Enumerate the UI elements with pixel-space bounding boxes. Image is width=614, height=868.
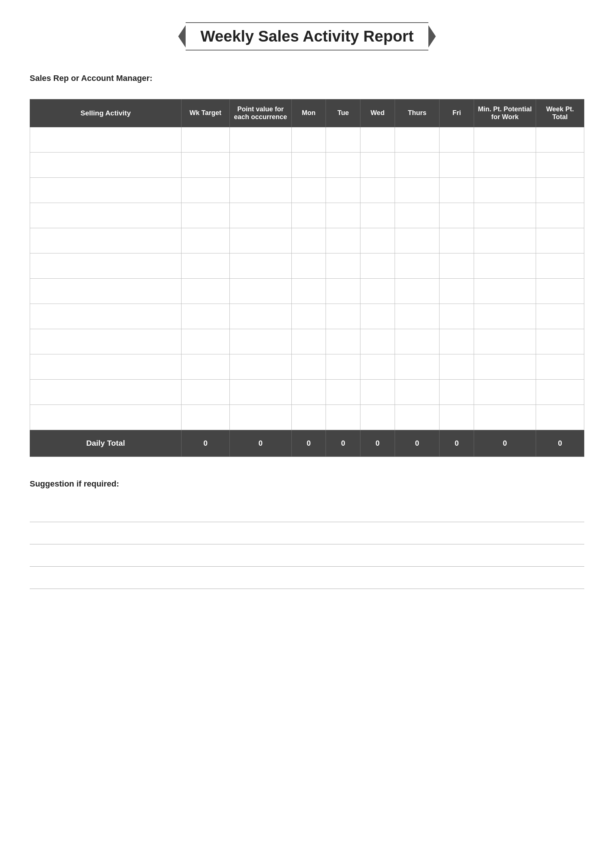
header-point-value: Point value for each occurrence — [229, 99, 291, 127]
table-wrapper: Selling Activity Wk Target Point value f… — [30, 99, 584, 457]
table-cell — [536, 278, 584, 304]
table-cell — [229, 304, 291, 329]
table-cell — [440, 228, 474, 253]
header-thurs: Thurs — [395, 99, 440, 127]
table-cell — [326, 329, 360, 354]
table-cell — [326, 304, 360, 329]
table-cell — [440, 304, 474, 329]
header-wed: Wed — [360, 99, 395, 127]
daily-total-value: 0 — [181, 430, 230, 456]
table-cell — [291, 278, 326, 304]
table-cell — [536, 329, 584, 354]
table-cell — [474, 228, 536, 253]
header-selling-activity: Selling Activity — [30, 99, 181, 127]
table-cell — [474, 127, 536, 152]
table-cell — [229, 203, 291, 228]
table-row — [30, 329, 584, 354]
table-cell — [536, 177, 584, 203]
table-cell — [326, 177, 360, 203]
table-cell — [229, 228, 291, 253]
table-cell — [395, 177, 440, 203]
table-cell — [291, 253, 326, 278]
header-week-pt: Week Pt. Total — [536, 99, 584, 127]
table-cell — [474, 177, 536, 203]
daily-total-value: 0 — [474, 430, 536, 456]
table-cell — [30, 329, 181, 354]
table-cell — [30, 253, 181, 278]
table-row — [30, 177, 584, 203]
table-cell — [181, 405, 230, 430]
table-header-row: Selling Activity Wk Target Point value f… — [30, 99, 584, 127]
table-cell — [30, 379, 181, 405]
table-cell — [536, 253, 584, 278]
header-fri: Fri — [440, 99, 474, 127]
table-cell — [536, 354, 584, 379]
table-cell — [395, 203, 440, 228]
table-cell — [291, 127, 326, 152]
table-cell — [326, 278, 360, 304]
table-cell — [440, 127, 474, 152]
table-cell — [536, 379, 584, 405]
table-cell — [536, 152, 584, 177]
table-cell — [395, 304, 440, 329]
table-cell — [474, 329, 536, 354]
daily-total-value: 0 — [326, 430, 360, 456]
table-cell — [474, 152, 536, 177]
daily-total-value: 0 — [291, 430, 326, 456]
suggestion-line — [30, 544, 584, 567]
table-cell — [291, 177, 326, 203]
table-cell — [395, 228, 440, 253]
table-cell — [474, 203, 536, 228]
table-row — [30, 253, 584, 278]
table-cell — [360, 304, 395, 329]
table-cell — [360, 228, 395, 253]
table-cell — [229, 253, 291, 278]
table-cell — [360, 354, 395, 379]
table-cell — [440, 354, 474, 379]
table-cell — [30, 152, 181, 177]
table-cell — [360, 379, 395, 405]
table-cell — [395, 405, 440, 430]
table-cell — [360, 127, 395, 152]
table-cell — [395, 354, 440, 379]
table-cell — [474, 253, 536, 278]
table-cell — [181, 228, 230, 253]
table-cell — [181, 203, 230, 228]
table-cell — [474, 278, 536, 304]
suggestion-label: Suggestion if required: — [30, 479, 584, 489]
table-cell — [30, 228, 181, 253]
table-cell — [229, 329, 291, 354]
table-row — [30, 152, 584, 177]
table-cell — [30, 304, 181, 329]
table-row — [30, 228, 584, 253]
table-cell — [474, 379, 536, 405]
table-cell — [291, 329, 326, 354]
table-cell — [229, 177, 291, 203]
table-cell — [326, 253, 360, 278]
header-min-pt: Min. Pt. Potential for Work — [474, 99, 536, 127]
table-cell — [440, 152, 474, 177]
table-cell — [440, 253, 474, 278]
activity-table: Selling Activity Wk Target Point value f… — [30, 99, 584, 457]
table-cell — [536, 405, 584, 430]
daily-total-value: 0 — [395, 430, 440, 456]
table-cell — [229, 127, 291, 152]
table-cell — [474, 304, 536, 329]
table-cell — [30, 127, 181, 152]
suggestion-lines — [30, 500, 584, 589]
table-cell — [536, 127, 584, 152]
table-cell — [291, 152, 326, 177]
table-cell — [30, 203, 181, 228]
table-cell — [360, 329, 395, 354]
table-cell — [360, 278, 395, 304]
table-cell — [291, 354, 326, 379]
table-cell — [440, 329, 474, 354]
table-row — [30, 278, 584, 304]
table-cell — [395, 152, 440, 177]
table-cell — [326, 379, 360, 405]
table-cell — [30, 278, 181, 304]
suggestion-line — [30, 522, 584, 544]
table-cell — [360, 253, 395, 278]
table-cell — [181, 354, 230, 379]
table-cell — [536, 228, 584, 253]
